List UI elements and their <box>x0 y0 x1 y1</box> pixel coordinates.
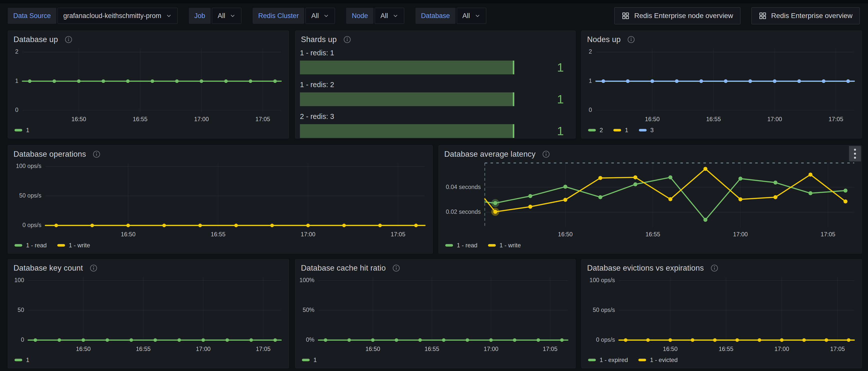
svg-text:1: 1 <box>15 78 18 84</box>
bar-gauge-fill <box>300 61 514 74</box>
svg-text:50%: 50% <box>303 307 314 313</box>
filter-group: DatabaseAll <box>415 8 486 24</box>
bar-gauge-track: 1 <box>300 124 571 138</box>
svg-text:0: 0 <box>15 107 18 113</box>
legend-item[interactable]: 1 - evicted <box>639 356 678 364</box>
svg-text:0.02 seconds: 0.02 seconds <box>446 208 481 215</box>
legend-color-swatch <box>57 244 65 247</box>
svg-text:17:00: 17:00 <box>774 346 789 352</box>
filter-select[interactable]: All <box>457 8 486 24</box>
svg-text:16:50: 16:50 <box>71 116 86 122</box>
info-icon[interactable] <box>343 35 351 44</box>
svg-text:100: 100 <box>14 277 24 283</box>
dashboard-link-button[interactable]: Redis Enterprise node overview <box>614 7 740 24</box>
chevron-down-icon <box>393 13 399 19</box>
legend-item[interactable]: 1 - read <box>445 242 477 249</box>
legend-item[interactable]: 1 - write <box>57 242 90 249</box>
filter-select[interactable]: All <box>375 8 404 24</box>
legend-item[interactable]: 1 <box>14 356 29 364</box>
legend-item[interactable]: 2 <box>588 127 603 134</box>
info-icon[interactable] <box>542 150 550 158</box>
info-icon[interactable] <box>90 264 98 272</box>
timeseries-chart-nodes-up[interactable]: 01216:5016:5517:0017:05 <box>586 46 858 124</box>
panel-header: Nodes up <box>586 33 858 46</box>
panel-title[interactable]: Database average latency <box>444 150 535 159</box>
bar-gauge-label: 1 - redis: 2 <box>300 81 571 89</box>
panel-database-evictions-vs-expirations: Database evictions vs expirations 0 ops/… <box>581 259 862 368</box>
panel-header: Database evictions vs expirations <box>586 262 858 274</box>
chart-legend: 1 - read1 - write <box>443 239 858 251</box>
legend-item[interactable]: 1 <box>14 127 29 134</box>
info-icon[interactable] <box>93 150 100 158</box>
filter-select[interactable]: grafanacloud-keithschmitty-prom <box>58 8 178 24</box>
bar-gauge-value: 1 <box>514 60 571 74</box>
legend-item[interactable]: 1 <box>302 356 317 364</box>
legend-color-swatch <box>302 359 310 361</box>
filter-selected-value: All <box>218 12 225 20</box>
info-icon[interactable] <box>627 35 635 44</box>
filter-select[interactable]: All <box>212 8 241 24</box>
panel-title[interactable]: Database evictions vs expirations <box>587 264 704 273</box>
legend-item[interactable]: 3 <box>639 127 654 134</box>
timeseries-chart-database-average-latency[interactable]: 0.02 seconds0.04 seconds16:5016:5517:001… <box>443 161 858 239</box>
svg-text:17:05: 17:05 <box>821 231 835 237</box>
timeseries-chart-database-operations[interactable]: 0 ops/s50 ops/s100 ops/s16:5016:5517:001… <box>12 161 429 239</box>
legend-label: 1 - evicted <box>650 356 678 364</box>
legend-label: 1 - write <box>69 242 90 249</box>
panel-shards-up: Shards up 1 - redis: 111 - redis: 212 - … <box>295 31 576 138</box>
svg-text:0.04 seconds: 0.04 seconds <box>446 184 481 190</box>
legend-color-swatch <box>14 359 22 361</box>
legend-item[interactable]: 1 <box>613 127 628 134</box>
chevron-down-icon <box>166 13 172 19</box>
bar-gauge-track: 1 <box>300 60 571 74</box>
timeseries-chart-database-evictions-vs-expirations[interactable]: 0 ops/s50 ops/s100 ops/s16:5016:5517:001… <box>586 274 858 354</box>
svg-text:0 ops/s: 0 ops/s <box>23 222 41 228</box>
dashboard-links: Redis Enterprise node overviewRedis Ente… <box>614 7 860 24</box>
info-icon[interactable] <box>392 264 400 272</box>
bar-gauge-fill <box>300 92 514 106</box>
svg-text:17:05: 17:05 <box>255 116 270 122</box>
info-icon[interactable] <box>65 35 72 44</box>
legend-color-swatch <box>639 359 646 361</box>
dashboard-link-button[interactable]: Redis Enterprise overview <box>751 7 860 24</box>
svg-text:17:00: 17:00 <box>767 116 782 122</box>
legend-item[interactable]: 1 - read <box>14 242 47 249</box>
info-icon[interactable] <box>710 264 718 272</box>
panel-title[interactable]: Nodes up <box>587 35 621 44</box>
legend-item[interactable]: 1 - write <box>488 242 521 249</box>
bar-gauge-shards-up[interactable]: 1 - redis: 111 - redis: 212 - redis: 31 <box>300 46 571 138</box>
panel-menu-kebab-icon[interactable] <box>849 146 861 162</box>
bar-gauge-row: 1 - redis: 11 <box>300 49 571 74</box>
bar-gauge-value: 1 <box>514 92 571 106</box>
panel-title[interactable]: Database cache hit ratio <box>301 264 386 273</box>
legend-item[interactable]: 1 - expired <box>588 356 628 364</box>
svg-text:50: 50 <box>18 307 24 313</box>
chart-legend: 1 - expired1 - evicted <box>586 354 858 366</box>
dashboard-grid-icon <box>759 12 767 20</box>
filter-label: Database <box>415 8 456 24</box>
legend-label: 1 - expired <box>599 356 628 364</box>
panel-title[interactable]: Database up <box>13 35 58 44</box>
dashboard-controls-bar: Data Sourcegrafanacloud-keithschmitty-pr… <box>8 7 860 24</box>
svg-text:17:00: 17:00 <box>484 346 498 352</box>
panel-title[interactable]: Shards up <box>301 35 337 44</box>
svg-text:2: 2 <box>15 48 18 55</box>
svg-text:50 ops/s: 50 ops/s <box>593 307 615 313</box>
svg-text:16:55: 16:55 <box>425 346 439 352</box>
bar-gauge-value: 1 <box>514 124 571 138</box>
bar-gauge-row: 1 - redis: 21 <box>300 81 571 106</box>
dashboard-link-label: Redis Enterprise node overview <box>634 12 733 20</box>
window-top-edge <box>0 0 868 3</box>
svg-text:100 ops/s: 100 ops/s <box>590 277 615 283</box>
chevron-down-icon <box>474 13 480 19</box>
timeseries-chart-database-up[interactable]: 01216:5016:5517:0017:05 <box>12 46 285 124</box>
chevron-down-icon <box>229 13 236 19</box>
filter-label: Job <box>189 8 211 24</box>
panel-title[interactable]: Database operations <box>13 150 86 159</box>
panel-title[interactable]: Database key count <box>13 264 83 273</box>
timeseries-chart-database-key-count[interactable]: 05010016:5016:5517:0017:05 <box>12 274 285 354</box>
svg-text:16:55: 16:55 <box>646 231 660 237</box>
timeseries-chart-database-cache-hit-ratio[interactable]: 0%50%100%16:5016:5517:0017:05 <box>300 274 571 354</box>
filter-select[interactable]: All <box>305 8 335 24</box>
svg-text:0: 0 <box>589 107 592 113</box>
